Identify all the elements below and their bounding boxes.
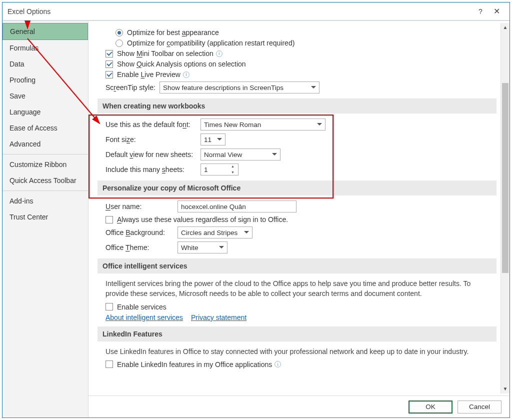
info-icon[interactable]: i — [216, 50, 222, 57]
scroll-up-arrow[interactable]: ▲ — [501, 23, 510, 32]
sidebar-item-customize-ribbon[interactable]: Customize Ribbon — [2, 156, 88, 172]
sidebar-item-quick-access-toolbar[interactable]: Quick Access Toolbar — [2, 172, 88, 188]
include-sheets-label: Include this many sheets: — [106, 166, 200, 174]
checkbox-live-preview[interactable] — [106, 71, 113, 78]
content-panel: Optimize for best appearance Optimize fo… — [88, 21, 510, 396]
font-size-label: Font size: — [106, 136, 200, 144]
radio-label: Optimize for best appearance — [127, 28, 219, 36]
section-intelligent: Office intelligent services — [98, 258, 496, 274]
default-view-dropdown[interactable]: Normal View — [200, 148, 280, 160]
office-background-label: Office Background: — [106, 228, 174, 236]
link-privacy[interactable]: Privacy statement — [191, 314, 246, 322]
window-title: Excel Options — [8, 8, 50, 16]
section-personalize: Personalize your copy of Microsoft Offic… — [98, 180, 496, 196]
sidebar-separator — [2, 154, 88, 154]
sidebar-item-save[interactable]: Save — [2, 88, 88, 104]
checkbox-enable-services[interactable] — [106, 303, 113, 310]
ok-button[interactable]: OK — [408, 400, 452, 414]
link-about-intelligent[interactable]: About intelligent services — [106, 314, 183, 322]
sidebar: General Formulas Data Proofing Save Lang… — [2, 20, 88, 418]
office-theme-label: Office Theme: — [106, 244, 174, 252]
info-icon[interactable]: i — [183, 72, 190, 78]
close-icon[interactable]: ✕ — [488, 6, 504, 16]
spinner-buttons[interactable]: ▲▼ — [231, 164, 237, 174]
screentip-style-dropdown[interactable]: Show feature descriptions in ScreenTips — [160, 82, 320, 94]
checkbox-quick-analysis[interactable] — [106, 60, 113, 68]
default-font-label: Use this as the default font: — [106, 120, 200, 128]
linkedin-description: Use LinkedIn features in Office to stay … — [106, 346, 496, 356]
radio-label: Optimize for compatibility (application … — [127, 39, 294, 47]
font-size-dropdown[interactable]: 11 — [200, 134, 226, 146]
help-icon[interactable]: ? — [472, 8, 488, 16]
dialog-footer: OK Cancel — [88, 396, 510, 418]
options-dialog: Excel Options ? ✕ General Formulas Data … — [2, 2, 510, 418]
section-linkedin: LinkedIn Features — [98, 326, 496, 342]
sidebar-item-formulas[interactable]: Formulas — [2, 40, 88, 56]
info-icon[interactable]: i — [274, 361, 281, 368]
default-view-label: Default view for new sheets: — [106, 150, 200, 158]
sidebar-item-trust-center[interactable]: Trust Center — [2, 209, 88, 225]
user-name-label: User name: — [106, 202, 174, 210]
sidebar-item-language[interactable]: Language — [2, 104, 88, 120]
checkbox-label: Always use these values regardless of si… — [117, 216, 288, 224]
default-font-dropdown[interactable]: Times New Roman — [200, 118, 326, 130]
sidebar-item-proofing[interactable]: Proofing — [2, 72, 88, 88]
checkbox-label: Enable LinkedIn features in my Office ap… — [117, 360, 272, 368]
user-name-input[interactable]: hocexcel.online Quân — [178, 200, 296, 212]
sidebar-item-general[interactable]: General — [2, 23, 88, 40]
radio-optimize-appearance[interactable] — [116, 29, 123, 36]
scroll-thumb[interactable] — [502, 83, 508, 273]
sidebar-item-ease-of-access[interactable]: Ease of Access — [2, 120, 88, 136]
office-theme-dropdown[interactable]: White — [178, 242, 228, 254]
sidebar-separator — [2, 190, 88, 191]
checkbox-label: Enable services — [117, 303, 166, 311]
cancel-button[interactable]: Cancel — [458, 400, 502, 414]
include-sheets-spinner[interactable]: 1 ▲▼ — [200, 164, 238, 176]
sidebar-item-advanced[interactable]: Advanced — [2, 136, 88, 152]
checkbox-label: Show Mini Toolbar on selection — [117, 50, 214, 58]
titlebar: Excel Options ? ✕ — [2, 2, 510, 20]
checkbox-always-use[interactable] — [106, 216, 113, 224]
sidebar-item-data[interactable]: Data — [2, 56, 88, 72]
checkbox-mini-toolbar[interactable] — [106, 50, 113, 58]
intelligent-description: Intelligent services bring the power of … — [106, 278, 496, 299]
screentip-style-label: ScreenTip style: — [106, 84, 156, 92]
checkbox-label: Show Quick Analysis options on selection — [117, 60, 246, 68]
vertical-scrollbar[interactable]: ▲ ▼ — [500, 23, 510, 394]
section-new-workbooks: When creating new workbooks — [98, 98, 496, 114]
scroll-down-arrow[interactable]: ▼ — [501, 384, 510, 394]
checkbox-label: Enable Live Preview — [117, 70, 180, 78]
radio-optimize-compatibility[interactable] — [116, 40, 123, 47]
sidebar-item-add-ins[interactable]: Add-ins — [2, 193, 88, 209]
office-background-dropdown[interactable]: Circles and Stripes — [178, 226, 252, 238]
checkbox-enable-linkedin[interactable] — [106, 360, 113, 368]
